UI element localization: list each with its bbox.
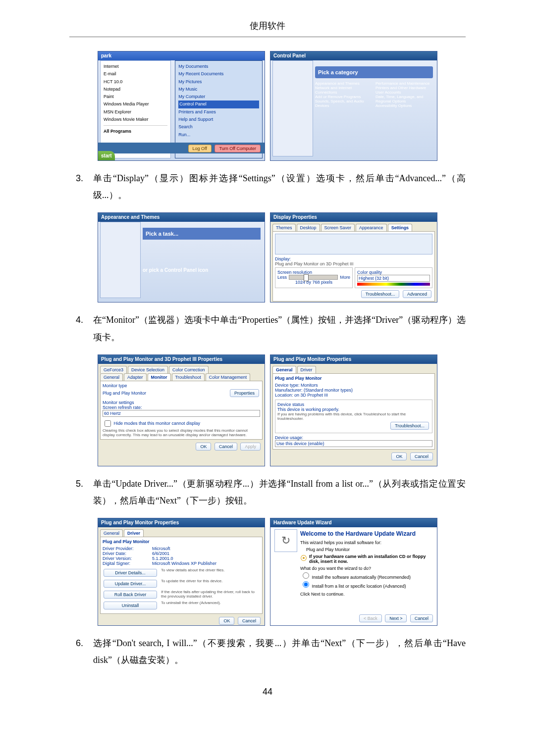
page-number: 44 bbox=[69, 687, 466, 697]
monitor-type-label: Monitor type bbox=[103, 383, 260, 388]
category-item[interactable]: Sounds, Speech, and Audio Devices bbox=[315, 99, 373, 108]
refresh-rate-label: Screen refresh rate: bbox=[103, 405, 260, 410]
all-programs[interactable]: All Programs bbox=[104, 125, 167, 135]
startmenu-item[interactable]: E-mail bbox=[104, 70, 167, 78]
category-item[interactable]: Network and Internet Connections bbox=[315, 86, 373, 95]
tab-driver[interactable]: Driver bbox=[297, 366, 316, 373]
start-button[interactable]: start bbox=[98, 151, 115, 160]
startmenu-right-item[interactable]: Help and Support bbox=[178, 116, 259, 123]
driver-action-button[interactable]: Driver Details... bbox=[104, 569, 157, 577]
tab-color-correction[interactable]: Color Correction bbox=[169, 366, 209, 373]
ok-button[interactable]: OK bbox=[219, 617, 234, 625]
tab-troubleshoot[interactable]: Troubleshoot bbox=[172, 373, 205, 381]
properties-button[interactable]: Properties bbox=[230, 389, 259, 397]
turnoff-button[interactable]: Turn Off Computer bbox=[214, 145, 261, 152]
step-number: 3. bbox=[69, 170, 93, 203]
advanced-button[interactable]: Advanced bbox=[403, 290, 431, 298]
device-name: Plug and Play Monitor bbox=[275, 376, 432, 381]
tab-colormgmt[interactable]: Color Management bbox=[206, 373, 251, 381]
category-item[interactable]: User Accounts bbox=[375, 90, 433, 95]
step-text: 选择“Don't search, I will...”（不要搜索，我要...）并… bbox=[93, 635, 466, 668]
category-item[interactable]: Date, Time, Language, and Regional Optio… bbox=[375, 95, 433, 103]
startmenu-item[interactable]: Windows Movie Maker bbox=[104, 116, 167, 123]
tab-geforce3[interactable]: GeForce3 bbox=[100, 366, 127, 373]
step-number: 5. bbox=[69, 475, 93, 509]
startmenu-item[interactable]: MSN Explorer bbox=[104, 108, 167, 116]
apply-button: Apply bbox=[240, 443, 261, 451]
startmenu-control-panel[interactable]: Control Panel bbox=[178, 101, 259, 108]
appearance-title: Appearance and Themes bbox=[98, 213, 265, 222]
control-panel-sidebar bbox=[272, 60, 313, 156]
driver-action-desc: To view details about the driver files. bbox=[161, 568, 260, 578]
display-tabs: Themes Desktop Screen Saver Appearance S… bbox=[270, 222, 437, 231]
ok-button[interactable]: OK bbox=[391, 453, 407, 460]
startmenu-item[interactable]: Paint bbox=[104, 93, 167, 101]
refresh-rate-select[interactable]: 60 Hertz bbox=[103, 410, 260, 417]
wizard-continue: Click Next to continue. bbox=[300, 592, 433, 597]
category-item[interactable]: Appearance and Themes bbox=[315, 81, 373, 86]
wizard-opt-auto[interactable] bbox=[303, 572, 309, 579]
monitor-properties-screenshot: Plug and Play Monitor Properties General… bbox=[270, 354, 437, 466]
tab-general[interactable]: General bbox=[100, 529, 123, 537]
logoff-button[interactable]: Log Off bbox=[188, 145, 212, 152]
startmenu-item[interactable]: Internet bbox=[104, 63, 167, 70]
control-panel-title: Control Panel bbox=[270, 51, 437, 60]
cancel-button[interactable]: Cancel bbox=[410, 614, 433, 622]
tab-desktop[interactable]: Desktop bbox=[297, 224, 320, 231]
back-button: < Back bbox=[359, 614, 382, 622]
category-item[interactable]: Add or Remove Programs bbox=[315, 95, 373, 99]
startmenu-right-item[interactable]: My Recent Documents bbox=[178, 70, 259, 78]
tab-adapter[interactable]: Adapter bbox=[124, 373, 147, 381]
category-item[interactable]: Accessibility Options bbox=[375, 103, 433, 108]
tab-screensaver[interactable]: Screen Saver bbox=[321, 224, 355, 231]
cancel-button[interactable]: Cancel bbox=[238, 617, 261, 625]
driver-action-desc: To uninstall the driver (Advanced). bbox=[161, 601, 260, 610]
color-quality-select[interactable]: Highest (32 bit) bbox=[357, 275, 430, 282]
start-menu-user: park bbox=[98, 51, 265, 60]
wizard-cd-hint: If your hardware came with an installati… bbox=[309, 554, 433, 564]
wizard-opt-list[interactable] bbox=[303, 581, 309, 588]
tab-general[interactable]: General bbox=[100, 373, 123, 381]
startmenu-right-item[interactable]: My Documents bbox=[178, 63, 259, 70]
startmenu-right-item[interactable]: My Computer bbox=[178, 93, 259, 101]
device-status-help: If you are having problems with this dev… bbox=[277, 412, 430, 421]
color-bar bbox=[357, 283, 430, 286]
tab-device-selection[interactable]: Device Selection bbox=[128, 366, 168, 373]
tab-monitor[interactable]: Monitor bbox=[148, 373, 171, 381]
startmenu-right-item[interactable]: Printers and Faxes bbox=[178, 108, 259, 116]
tab-general[interactable]: General bbox=[272, 366, 296, 373]
device-type-label: Device type: bbox=[275, 383, 300, 388]
cancel-button[interactable]: Cancel bbox=[410, 453, 433, 460]
driver-info-row: Driver Version:5.1.2001.0 bbox=[103, 556, 260, 561]
start-menu-screenshot: park Internet E-mail HCT 10.0 Notepad Pa… bbox=[98, 51, 265, 161]
ok-button[interactable]: OK bbox=[196, 443, 211, 451]
tab-appearance[interactable]: Appearance bbox=[356, 224, 387, 231]
device-usage-select[interactable]: Use this device (enable) bbox=[275, 440, 432, 447]
startmenu-item[interactable]: Notepad bbox=[104, 86, 167, 93]
category-item[interactable]: Performance and Maintenance bbox=[375, 81, 433, 86]
startmenu-right-item[interactable]: Search bbox=[178, 123, 259, 131]
driver-action-button[interactable]: Roll Back Driver bbox=[104, 591, 157, 599]
tab-settings[interactable]: Settings bbox=[388, 224, 413, 231]
troubleshoot-button[interactable]: Troubleshoot... bbox=[390, 422, 429, 430]
startmenu-item[interactable]: Windows Media Player bbox=[104, 101, 167, 108]
hide-modes-checkbox[interactable] bbox=[105, 420, 111, 427]
driver-action-button[interactable]: Update Driver... bbox=[104, 580, 157, 588]
tab-driver[interactable]: Driver bbox=[124, 529, 144, 537]
resolution-slider[interactable] bbox=[289, 275, 338, 280]
startmenu-right-item[interactable]: Run... bbox=[178, 131, 259, 139]
next-button[interactable]: Next > bbox=[385, 614, 407, 622]
category-item[interactable]: Printers and Other Hardware bbox=[375, 86, 433, 90]
startmenu-right-item[interactable]: My Pictures bbox=[178, 78, 259, 86]
figure-3: Plug and Play Monitor and 3D Prophet III… bbox=[69, 354, 466, 466]
troubleshoot-button[interactable]: Troubleshoot... bbox=[361, 290, 400, 298]
startmenu-item[interactable]: HCT 10.0 bbox=[104, 78, 167, 86]
res-less: Less bbox=[277, 275, 287, 280]
running-header: 使用软件 bbox=[69, 20, 466, 32]
hardware-wizard-screenshot: Hardware Update Wizard Welcome to the Ha… bbox=[270, 518, 437, 626]
display-properties-title: Display Properties bbox=[270, 213, 437, 222]
cancel-button[interactable]: Cancel bbox=[214, 443, 237, 451]
startmenu-right-item[interactable]: My Music bbox=[178, 86, 259, 93]
tab-themes[interactable]: Themes bbox=[272, 224, 296, 231]
driver-action-button[interactable]: Uninstall bbox=[104, 602, 157, 609]
